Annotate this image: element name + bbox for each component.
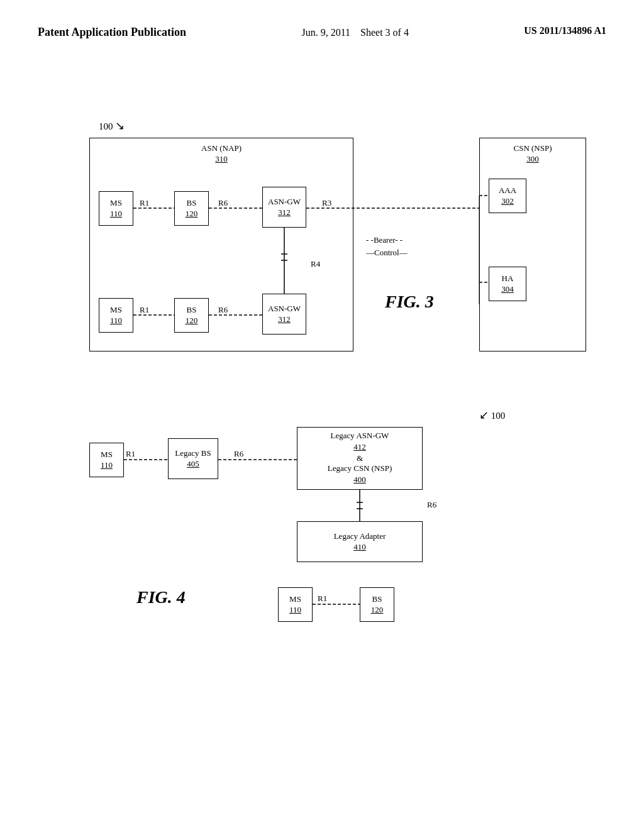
fig3-ms1-box: MS 110 bbox=[99, 191, 133, 226]
fig4-legacyadapter-box: Legacy Adapter 410 bbox=[297, 521, 423, 562]
fig3-ref100: 100 ↘ bbox=[99, 119, 125, 133]
fig3-legend: - -Bearer- - —Control— bbox=[366, 235, 408, 258]
fig3-diagram: 100 ↘ ASN (NAP) 310 CSN (NSP) 300 MS 110… bbox=[52, 97, 592, 386]
fig4-ms2-box: MS 110 bbox=[278, 587, 313, 622]
fig3-aaa-box: AAA 302 bbox=[489, 179, 526, 213]
page-header: Patent Application Publication Jun. 9, 2… bbox=[0, 0, 644, 53]
fig4-legacyasn-box: Legacy ASN-GW 412 & Legacy CSN (NSP) 400 bbox=[297, 427, 423, 490]
fig4-diagram: ↙ 100 MS 110 Legacy BS 405 Legacy ASN-GW… bbox=[52, 405, 592, 631]
patent-number: US 2011/134896 A1 bbox=[524, 25, 606, 36]
fig3-asngw2-box: ASN-GW 312 bbox=[262, 294, 306, 335]
svg-text:R1: R1 bbox=[126, 449, 135, 458]
fig3-ha-box: HA 304 bbox=[489, 267, 526, 301]
fig3-bs2-box: BS 120 bbox=[174, 298, 209, 333]
fig3-label: FIG. 3 bbox=[385, 292, 434, 312]
fig3-ms2-box: MS 110 bbox=[99, 298, 133, 333]
date-sheet: Jun. 9, 2011 Sheet 3 of 4 bbox=[301, 25, 409, 40]
fig4-label: FIG. 4 bbox=[136, 587, 186, 607]
svg-text:R1: R1 bbox=[318, 594, 327, 603]
svg-text:R6: R6 bbox=[427, 500, 437, 509]
fig4-legacybs-box: Legacy BS 405 bbox=[168, 438, 218, 479]
fig4-ref100: ↙ 100 bbox=[479, 408, 505, 422]
fig4-ms1-box: MS 110 bbox=[89, 443, 124, 477]
fig3-asngw1-box: ASN-GW 312 bbox=[262, 187, 306, 228]
publication-title: Patent Application Publication bbox=[38, 25, 186, 40]
svg-text:R6: R6 bbox=[234, 449, 244, 458]
main-content: 100 ↘ ASN (NAP) 310 CSN (NSP) 300 MS 110… bbox=[0, 53, 644, 638]
fig4-bs2-box: BS 120 bbox=[360, 587, 394, 622]
fig3-bs1-box: BS 120 bbox=[174, 191, 209, 226]
csn-nsp-box: CSN (NSP) 300 bbox=[479, 138, 586, 351]
